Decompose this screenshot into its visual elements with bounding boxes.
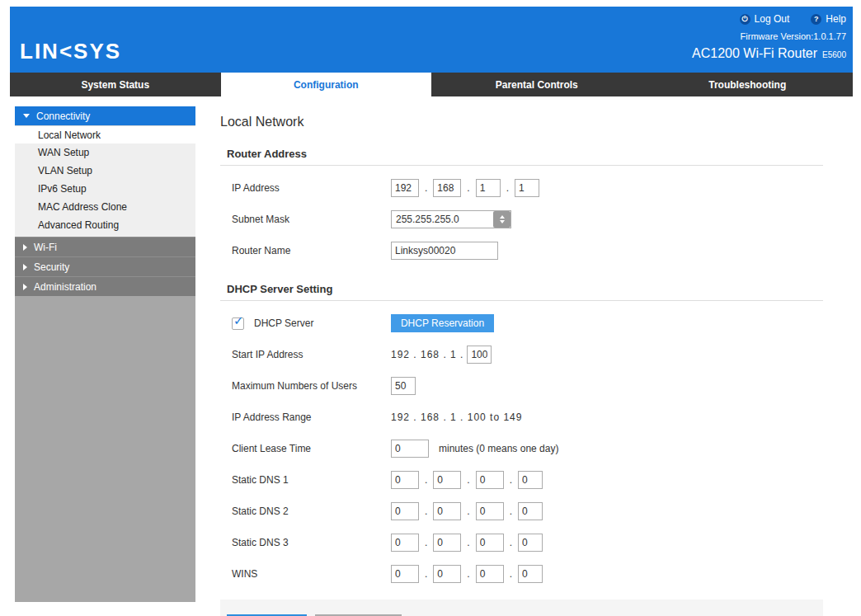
octet-separator xyxy=(425,568,427,580)
octet-separator xyxy=(467,182,469,194)
sidebar-group-connectivity[interactable]: Connectivity xyxy=(15,106,195,125)
octet-separator xyxy=(510,537,512,548)
sidebar-item-vlan-setup[interactable]: VLAN Setup xyxy=(15,162,195,180)
dns3-octet-2-input[interactable] xyxy=(433,534,461,552)
dns1-octet-4-input[interactable] xyxy=(518,471,543,489)
lease-time-input[interactable] xyxy=(391,440,429,458)
static-dns-2-label: Static DNS 2 xyxy=(232,505,391,517)
dns1-octet-1-input[interactable] xyxy=(391,471,419,489)
wins-label: WINS xyxy=(232,568,391,580)
dhcp-reservation-button[interactable]: DHCP Reservation xyxy=(391,314,494,332)
linksys-logo: LIN<SYS xyxy=(20,39,121,64)
caret-down-icon xyxy=(23,114,30,118)
ip-range-label: IP Address Range xyxy=(232,411,391,423)
sidebar-item-local-network[interactable]: Local Network xyxy=(15,125,195,143)
dns3-octet-3-input[interactable] xyxy=(476,534,504,552)
static-dns-1-row: Static DNS 1 xyxy=(232,471,853,489)
static-dns-3-row: Static DNS 3 xyxy=(232,534,853,552)
dns2-octet-2-input[interactable] xyxy=(433,502,461,520)
spinner-icon[interactable] xyxy=(493,211,510,228)
help-icon: ? xyxy=(811,14,821,25)
sidebar-group-security[interactable]: Security xyxy=(15,256,195,276)
subnet-mask-select[interactable]: 255.255.255.0 xyxy=(391,210,511,228)
dns1-octet-2-input[interactable] xyxy=(433,471,461,489)
octet-separator xyxy=(510,505,512,517)
sidebar-item-advanced-routing[interactable]: Advanced Routing xyxy=(15,216,195,234)
octet-separator xyxy=(425,537,427,548)
page-title: Local Network xyxy=(220,115,853,129)
sidebar-group-administration[interactable]: Administration xyxy=(15,276,195,296)
logout-link[interactable]: ⏻ Log Out xyxy=(740,13,790,25)
start-ip-input[interactable] xyxy=(467,346,492,364)
octet-separator xyxy=(467,474,469,486)
wins-octet-2-input[interactable] xyxy=(433,565,461,583)
ip-octet-2-input[interactable] xyxy=(433,179,461,197)
wins-octet-1-input[interactable] xyxy=(391,565,419,583)
octet-separator xyxy=(506,182,509,194)
sidebar: Connectivity Local Network WAN Setup VLA… xyxy=(15,106,195,602)
sidebar-group-label: Security xyxy=(34,261,69,273)
dns2-octet-3-input[interactable] xyxy=(476,502,504,520)
ip-range-row: IP Address Range 192 . 168 . 1 . 100 to … xyxy=(232,408,853,426)
octet-separator xyxy=(510,474,512,486)
sidebar-item-ipv6-setup[interactable]: IPv6 Setup xyxy=(15,180,195,198)
firmware-version: Firmware Version:1.0.1.77 xyxy=(692,31,846,41)
static-dns-1-label: Static DNS 1 xyxy=(232,474,391,486)
tab-configuration[interactable]: Configuration xyxy=(221,73,432,96)
wins-octet-4-input[interactable] xyxy=(518,565,543,583)
lease-time-label: Client Lease Time xyxy=(232,443,391,454)
ip-octet-3-input[interactable] xyxy=(476,179,501,197)
router-name-row: Router Name xyxy=(232,242,853,260)
static-dns-3-label: Static DNS 3 xyxy=(232,537,391,548)
connectivity-submenu: Local Network WAN Setup VLAN Setup IPv6 … xyxy=(15,125,195,237)
model-number: E5600 xyxy=(822,50,846,59)
max-users-input[interactable] xyxy=(391,377,416,395)
lease-time-row: Client Lease Time minutes (0 means one d… xyxy=(232,440,853,458)
help-link[interactable]: ? Help xyxy=(811,13,846,25)
caret-right-icon xyxy=(23,264,27,270)
dhcp-server-row: ✓ DHCP Server DHCP Reservation xyxy=(232,314,853,332)
start-ip-prefix: 192 . 168 . 1 . xyxy=(391,349,463,360)
tab-system-status[interactable]: System Status xyxy=(10,73,221,96)
static-dns-2-row: Static DNS 2 xyxy=(232,502,853,520)
sidebar-filler xyxy=(15,296,195,602)
dhcp-server-label: DHCP Server xyxy=(254,317,313,329)
start-ip-row: Start IP Address 192 . 168 . 1 . xyxy=(232,346,853,364)
dns3-octet-4-input[interactable] xyxy=(518,534,543,552)
section-dhcp: DHCP Server Setting xyxy=(227,283,853,295)
max-users-label: Maximum Numbers of Users xyxy=(232,380,391,392)
model-name: AC1200 Wi-Fi Router xyxy=(692,46,817,60)
ip-range-value: 192 . 168 . 1 . 100 to 149 xyxy=(391,411,522,423)
sidebar-item-wan-setup[interactable]: WAN Setup xyxy=(15,143,195,162)
logout-icon: ⏻ xyxy=(740,14,750,25)
router-name-input[interactable] xyxy=(391,242,498,260)
dns1-octet-3-input[interactable] xyxy=(476,471,504,489)
subnet-mask-value: 255.255.255.0 xyxy=(392,214,493,225)
sidebar-item-mac-address-clone[interactable]: MAC Address Clone xyxy=(15,198,195,216)
subnet-mask-label: Subnet Mask xyxy=(232,214,391,225)
section-divider xyxy=(220,165,823,166)
tab-parental-controls[interactable]: Parental Controls xyxy=(431,73,642,96)
lease-time-note: minutes (0 means one day) xyxy=(439,443,558,454)
tab-troubleshooting[interactable]: Troubleshooting xyxy=(642,73,854,96)
ip-octet-1-input[interactable] xyxy=(391,179,419,197)
octet-separator xyxy=(425,182,427,194)
help-label: Help xyxy=(826,13,846,25)
ip-address-label: IP Address xyxy=(232,182,391,194)
sidebar-group-wifi[interactable]: Wi-Fi xyxy=(15,237,195,256)
sidebar-group-label: Wi-Fi xyxy=(34,242,57,253)
ip-address-row: IP Address xyxy=(232,179,853,197)
check-icon: ✓ xyxy=(233,313,244,328)
wins-octet-3-input[interactable] xyxy=(476,565,504,583)
sidebar-group-label: Administration xyxy=(34,281,96,293)
ip-octet-4-input[interactable] xyxy=(515,179,539,197)
dhcp-server-checkbox[interactable]: ✓ xyxy=(232,317,244,330)
router-model: AC1200 Wi-Fi RouterE5600 xyxy=(692,46,846,61)
start-ip-label: Start IP Address xyxy=(232,349,391,360)
subnet-mask-row: Subnet Mask 255.255.255.0 xyxy=(232,210,853,228)
dns3-octet-1-input[interactable] xyxy=(391,534,419,552)
octet-separator xyxy=(425,474,427,486)
dns2-octet-1-input[interactable] xyxy=(391,502,419,520)
dns2-octet-4-input[interactable] xyxy=(518,502,543,520)
action-bar: Save Cancel xyxy=(220,600,823,616)
